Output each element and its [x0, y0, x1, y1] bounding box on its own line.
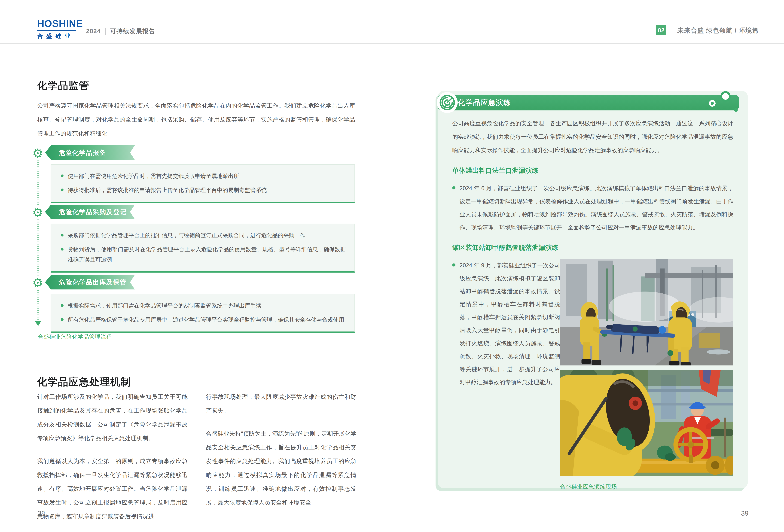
flow-step-box: 使用部门在需使用危险化学品时，需首先提交纸质版申请至属地派出所 待获得批准后，需… — [51, 164, 355, 203]
flow-step-banner: 危险化学品出库及保管 — [45, 275, 135, 289]
drill-photo-2-illustration — [560, 370, 733, 476]
paragraph: 我们遵循以人为本，安全第一的原则，成立专项事故应急救援指挥部，确保一旦发生化学品… — [37, 454, 188, 523]
emergency-drill-panel: 化学品应急演练 公司高度重视危险化学品的安全管理，各生产园区积极组织并开展了多次… — [438, 91, 748, 488]
gear-icon: ⚙ — [31, 206, 44, 219]
header-year: 2024 — [86, 28, 101, 35]
paragraph: 针对工作场所涉及的化学品，我们明确告知员工关于可能接触到的化学品及其存在的危害，… — [37, 390, 188, 445]
drill2-row: 2024 年 9 月，鄯善硅业组织了一次公司级应急演练。此次演练模拟了罐区装卸站… — [452, 259, 733, 491]
drill2-text: 2024 年 9 月，鄯善硅业组织了一次公司级应急演练。此次演练模拟了罐区装卸站… — [452, 259, 560, 389]
flow-dotted-line — [37, 148, 38, 320]
section-title-emergency-mechanism: 化学品应急处理机制 — [37, 375, 131, 389]
decorative-circle — [709, 100, 716, 107]
hazardous-chemical-flow: ⚙ 危险化学品报备 使用部门在需使用危险化学品时，需首先提交纸质版申请至属地派出… — [38, 139, 357, 347]
flow-step-banner: 危险化学品报备 — [45, 145, 135, 160]
bullet-item: 货物到货后，使用部门需及时在化学品管理平台上录入危险化学品的使用数量、规格、型号… — [60, 244, 346, 265]
gear-icon: ⚙ — [31, 147, 44, 160]
gear-icon: ⚙ — [31, 277, 44, 289]
paragraph: 合盛硅业秉持“预防为主，演练为先”的原则，定期开展化学品安全相关应急演练工作，旨… — [206, 427, 356, 509]
flow-caption: 合盛硅业危险化学品管理流程 — [38, 333, 112, 340]
column-right: 行事故现场处理，最大限度减少事故灾难造成的伤亡和财产损失。 合盛硅业秉持“预防为… — [206, 390, 356, 532]
flow-step-storage: ⚙ 危险化学品出库及保管 根据实际需求，使用部门需在化学品管理平台的易制毒监管系… — [45, 275, 355, 333]
emergency-mechanism-columns: 针对工作场所涉及的化学品，我们明确告知员工关于可能接触到的化学品及其存在的危害，… — [37, 390, 356, 532]
drill1-title: 单体罐出料口法兰口泄漏演练 — [452, 166, 733, 175]
bullet-item: 根据实际需求，使用部门需在化学品管理平台的易制毒监管系统中办理出库手续 — [60, 301, 346, 311]
section1-intro-paragraph: 公司严格遵守国家化学品管理相关法规要求，全面落实包括危险化学品在内的化学品监管工… — [37, 99, 355, 140]
drill2-title: 罐区装卸站卸甲醇鹤管脱落泄漏演练 — [452, 243, 733, 252]
header-report-title: 可持续发展报告 — [110, 27, 156, 35]
photos-caption: 合盛硅业应急演练现场 — [560, 483, 733, 491]
panel-intro-paragraph: 公司高度重视危险化学品的安全管理，各生产园区积极组织并开展了多次应急演练活动。通… — [452, 117, 733, 157]
target-dart-icon — [437, 92, 458, 113]
drill1-text: 2024 年 6 月，鄯善硅业组织了一次公司级应急演练。此次演练模拟了单体罐出料… — [452, 182, 733, 234]
drill-photos-column: 合盛硅业应急演练现场 — [560, 259, 733, 491]
header-left-meta: 2024 可持续发展报告 — [86, 27, 156, 35]
panel-header-bar: 化学品应急演练 — [438, 95, 739, 110]
page-number-right: 39 — [741, 509, 749, 517]
header-divider — [105, 28, 106, 35]
column-left: 针对工作场所涉及的化学品，我们明确告知员工关于可能接触到的化学品及其存在的危害，… — [37, 390, 188, 532]
flow-step-bullets: 采购部门依据化学品管理平台上的批准信息，与经销商签订正式采购合同，进行危化品的采… — [60, 230, 346, 265]
chapter-divider — [672, 25, 672, 35]
bullet-item: 所有危化品严格保管于危化品专用库房中，通过化学品管理平台实现全程监控与管理，确保… — [60, 315, 346, 325]
logo-text-cn: 合盛硅业 — [37, 30, 76, 40]
flow-step-bullets: 使用部门在需使用危险化学品时，需首先提交纸质版申请至属地派出所 待获得批准后，需… — [60, 171, 346, 195]
page-number-left: 38 — [37, 509, 45, 517]
arrow-down-icon — [35, 321, 41, 326]
hoshine-logo: HOSHINE 合盛硅业 — [37, 19, 85, 40]
chapter-title: 未来合盛 绿色领航 / 环境篇 — [677, 26, 759, 35]
flow-step-box: 根据实际需求，使用部门需在化学品管理平台的易制毒监管系统中办理出库手续 所有危化… — [51, 294, 355, 333]
bullet-item: 采购部门依据化学品管理平台上的批准信息，与经销商签订正式采购合同，进行危化品的采… — [60, 230, 346, 241]
flow-step-label: 危险化学品出库及保管 — [59, 279, 127, 286]
bullet-item: 待获得批准后，需将该批准的申请报告上传至化学品管理平台中的易制毒监管系统 — [60, 185, 346, 195]
flow-step-box: 采购部门依据化学品管理平台上的批准信息，与经销商签订正式采购合同，进行危化品的采… — [51, 224, 355, 273]
flow-step-label: 危险化学品报备 — [59, 149, 106, 156]
logo-text-en: HOSHINE — [37, 19, 85, 28]
drill-photo-stretcher — [560, 259, 733, 365]
panel-title: 化学品应急演练 — [458, 95, 511, 110]
flow-step-purchase: ⚙ 危险化学品采购及登记 采购部门依据化学品管理平台上的批准信息，与经销商签订正… — [45, 205, 355, 273]
header-chapter: 02 未来合盛 绿色领航 / 环境篇 — [656, 25, 759, 35]
paragraph: 行事故现场处理，最大限度减少事故灾难造成的伤亡和财产损失。 — [206, 390, 356, 418]
page-header: HOSHINE 合盛硅业 2024 可持续发展报告 02 未来合盛 绿色领航 /… — [0, 0, 784, 44]
flow-step-label: 危险化学品采购及登记 — [59, 208, 127, 216]
flow-step-bullets: 根据实际需求，使用部门需在化学品管理平台的易制毒监管系统中办理出库手续 所有危化… — [60, 301, 346, 325]
drill-photo-1-illustration — [560, 259, 733, 365]
panel-body: 公司高度重视危险化学品的安全管理，各生产园区积极组织并开展了多次应急演练活动。通… — [452, 117, 733, 491]
flow-step-banner: 危险化学品采购及登记 — [45, 205, 135, 219]
decorative-circle — [720, 91, 731, 102]
report-spread: HOSHINE 合盛硅业 2024 可持续发展报告 02 未来合盛 绿色领航 /… — [0, 0, 784, 532]
drill2-text-column: 2024 年 9 月，鄯善硅业组织了一次公司级应急演练。此次演练模拟了罐区装卸站… — [452, 259, 560, 491]
drill-photo-valve — [560, 370, 733, 476]
chapter-number-badge: 02 — [656, 25, 666, 35]
bullet-item: 使用部门在需使用危险化学品时，需首先提交纸质版申请至属地派出所 — [60, 171, 346, 181]
flow-step-report: ⚙ 危险化学品报备 使用部门在需使用危险化学品时，需首先提交纸质版申请至属地派出… — [45, 145, 355, 203]
decorative-circle — [734, 108, 738, 112]
section-title-chemical-supervision: 化学品监管 — [37, 79, 89, 92]
